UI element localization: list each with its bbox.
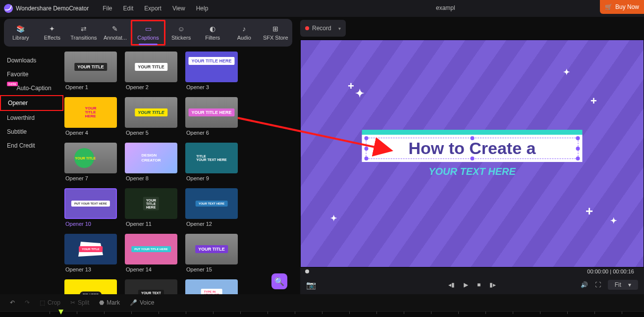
tab-label: Stickers <box>171 35 191 41</box>
plus-icon: + <box>348 80 354 93</box>
tab-label: SFX Store <box>263 35 288 41</box>
stop-button[interactable]: ■ <box>477 281 481 288</box>
category-sidebar: Downloads Favorite Auto-Caption Opener L… <box>0 49 63 294</box>
tab-captions[interactable]: ▭Captions <box>131 20 165 46</box>
template-label: Opener 10 <box>65 221 122 227</box>
menu-file[interactable]: File <box>103 5 112 12</box>
prev-frame-button[interactable]: ◂▮ <box>448 281 455 288</box>
template-item[interactable]: PUT YOUR TITLE HEREOpener 14 <box>125 234 182 276</box>
template-label: Opener 3 <box>186 84 243 90</box>
chevron-down-icon: ▾ <box>628 281 631 288</box>
tab-label: Audio <box>237 35 251 41</box>
cat-auto-caption[interactable]: Auto-Caption <box>0 81 63 95</box>
tab-stickers[interactable]: ☺Stickers <box>165 21 197 45</box>
caption-overlay[interactable]: How to Create a YOUR TEXT HERE <box>362 130 583 177</box>
buy-now-button[interactable]: 🛒 Buy Now <box>600 0 644 14</box>
snapshot-button[interactable]: 📷 <box>306 280 316 290</box>
left-panel: 📚Library ✦Effects ⇄Transitions ✎Annotat.… <box>0 17 296 294</box>
app-logo-icon <box>4 4 13 13</box>
template-item[interactable]: YOUR TITLE HEREOpener 3 <box>185 52 243 94</box>
sparkle-icon: ✦ <box>563 67 570 77</box>
preview-scrubber[interactable]: 00:00:00 | 00:00:16 <box>300 267 644 275</box>
tab-label: Library <box>12 35 29 41</box>
next-frame-button[interactable]: ▮▸ <box>489 281 496 288</box>
cat-lowerthird[interactable]: Lowerthird <box>0 111 63 125</box>
search-button[interactable]: 🔍 <box>271 273 287 289</box>
template-item[interactable]: TITLEYOUR TEXT HEREOpener 9 <box>185 143 243 185</box>
timeline-ruler[interactable] <box>0 311 644 317</box>
template-item[interactable]: DESIGNCREATOROpener 8 <box>125 143 182 185</box>
cat-downloads[interactable]: Downloads <box>0 53 63 67</box>
cat-favorite[interactable]: Favorite <box>0 67 63 81</box>
record-label: Record <box>312 25 331 32</box>
scrub-handle[interactable] <box>305 269 309 273</box>
video-preview[interactable]: ✦ ✦ + + ✦ + ✦ How to Create a YOUR TEX <box>300 40 644 267</box>
tab-library[interactable]: 📚Library <box>5 21 37 45</box>
chevron-down-icon: ▾ <box>338 26 341 31</box>
template-item[interactable]: TYPE INHEADLINEHERE <box>185 279 243 294</box>
plus-icon: + <box>586 204 593 219</box>
menu-export[interactable]: Export <box>144 5 161 12</box>
template-item[interactable]: YOURTITLEHEREOpener 11 <box>125 188 182 231</box>
template-label: Opener 14 <box>126 266 182 272</box>
voice-tool[interactable]: 🎤 Voice <box>130 299 154 306</box>
sfx-icon: ⊞ <box>272 25 278 33</box>
tab-effects[interactable]: ✦Effects <box>37 21 68 45</box>
zoom-fit-dropdown[interactable]: Fit▾ <box>608 280 638 290</box>
template-item[interactable]: YOUR TITLE HEREOpener 6 <box>185 97 243 140</box>
tab-transitions[interactable]: ⇄Transitions <box>68 21 100 45</box>
tab-audio[interactable]: ♪Audio <box>228 21 260 45</box>
undo-button[interactable]: ↶ <box>10 299 15 306</box>
template-item[interactable]: YOUR TITLEOpener 15 <box>185 234 243 276</box>
tab-filters[interactable]: ◐Filters <box>197 21 228 45</box>
split-tool[interactable]: ✂ Split <box>70 299 89 306</box>
record-dot-icon <box>305 26 309 30</box>
template-item[interactable]: YOUR TEXT HEREOpener 12 <box>185 188 243 231</box>
caption-subtitle-text[interactable]: YOUR TEXT HERE <box>362 166 583 177</box>
menu-edit[interactable]: Edit <box>123 5 134 12</box>
template-label: Opener 1 <box>65 84 122 90</box>
record-button[interactable]: Record ▾ <box>300 20 346 37</box>
template-item[interactable]: YOUR TITLEOpener 5 <box>125 97 182 140</box>
cat-end-credit[interactable]: End Credit <box>0 139 63 153</box>
template-item[interactable]: TIT HERE <box>64 279 122 294</box>
buy-label: Buy Now <box>615 3 639 10</box>
selection-box <box>366 138 579 159</box>
volume-button[interactable]: 🔊 <box>581 281 588 288</box>
menu-view[interactable]: View <box>172 5 185 12</box>
template-item[interactable]: YOURTITLEHEREOpener 4 <box>64 97 122 140</box>
tab-label: Annotat... <box>104 35 127 41</box>
cat-subtitle[interactable]: Subtitle <box>0 125 63 139</box>
cat-opener[interactable]: Opener <box>0 95 63 111</box>
template-label: Opener 5 <box>126 130 182 136</box>
template-item[interactable]: YOUR TITLEOpener 2 <box>125 52 182 94</box>
playhead-icon[interactable] <box>58 310 63 315</box>
tab-annotations[interactable]: ✎Annotat... <box>100 21 131 45</box>
template-item[interactable]: YOUR TITLEOpener 13 <box>64 234 122 276</box>
time-display: 00:00:00 | 00:00:16 <box>587 268 634 274</box>
template-item[interactable]: YOUR TITLEOpener 7 <box>64 143 122 185</box>
annotations-icon: ✎ <box>112 25 118 33</box>
main-area: 📚Library ✦Effects ⇄Transitions ✎Annotat.… <box>0 17 644 294</box>
template-item[interactable]: YOUR TITLEOpener 1 <box>64 52 122 94</box>
template-item[interactable]: YOUR TEXTSUBTITLE <box>125 279 182 294</box>
asset-tabs: 📚Library ✦Effects ⇄Transitions ✎Annotat.… <box>4 19 292 47</box>
tab-label: Filters <box>205 35 220 41</box>
mark-tool[interactable]: ⬣ Mark <box>99 299 120 306</box>
crop-tool[interactable]: ⬚ Crop <box>40 299 60 306</box>
template-label: Opener 11 <box>126 221 182 227</box>
template-item[interactable]: PUT YOUR TEXT HEREOpener 10 <box>64 188 122 231</box>
menu-help[interactable]: Help <box>196 5 209 12</box>
template-grid[interactable]: YOUR TITLEOpener 1 YOUR TITLEOpener 2 YO… <box>63 49 296 294</box>
redo-button[interactable]: ↷ <box>25 299 30 306</box>
sparkle-icon: ✦ <box>355 87 364 100</box>
fullscreen-button[interactable]: ⛶ <box>595 281 601 288</box>
play-button[interactable]: ▶ <box>464 281 468 288</box>
template-label: Opener 6 <box>186 130 243 136</box>
template-label: Opener 8 <box>126 175 182 181</box>
preview-controls: 📷 ◂▮ ▶ ■ ▮▸ 🔊 ⛶ Fit▾ <box>300 275 644 294</box>
tab-sfx-store[interactable]: ⊞SFX Store <box>260 21 292 45</box>
template-label: Opener 7 <box>65 175 122 181</box>
captions-icon: ▭ <box>145 25 152 33</box>
tab-label: Captions <box>137 35 159 41</box>
